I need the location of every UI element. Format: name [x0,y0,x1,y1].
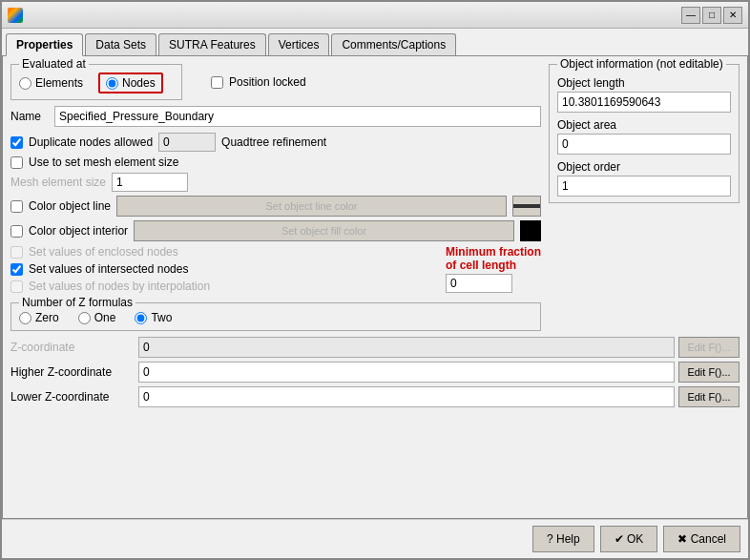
elements-radio[interactable] [19,77,31,90]
enclosed-nodes-checkbox[interactable] [10,246,23,259]
tab-properties[interactable]: Properties [6,33,83,56]
position-locked-checkbox[interactable] [211,76,223,89]
z-formulas-label: Number of Z formulas [19,296,135,309]
nodes-interpolation-row: Set values of nodes by interpolation [10,280,436,293]
duplicate-nodes-checkbox[interactable] [10,136,23,149]
lower-z-label: Lower Z-coordinate [10,390,135,404]
order-label: Object order [557,160,731,174]
coordinate-section: Z-coordinate Edit F()... Higher Z-coordi… [10,337,740,407]
quadtree-label: Quadtree refinement [221,135,326,149]
two-radio-item[interactable]: Two [135,311,172,324]
z-coord-row: Z-coordinate Edit F()... [10,337,740,358]
tab-sutra[interactable]: SUTRA Features [158,33,266,55]
higher-z-row: Higher Z-coordinate Edit F()... [10,362,740,383]
ok-button[interactable]: ✔ OK [600,526,658,552]
nodes-radio-item[interactable]: Nodes [98,73,163,93]
nodes-interpolation-label: Set values of nodes by interpolation [29,280,210,293]
object-info-panel: Object information (not editable) Object… [549,64,740,203]
min-frac-line2: of cell length [446,259,516,272]
left-panel: Evaluated at Elements Nodes [10,64,541,331]
name-label: Name [10,110,49,123]
length-value [557,92,731,113]
lower-z-edit-button[interactable]: Edit F()... [678,386,740,407]
maximize-button[interactable]: □ [702,7,721,24]
mesh-size-label: Mesh element size [10,176,106,189]
line-color-swatch [513,204,540,208]
bottom-bar: ? Help ✔ OK ✖ Cancel [2,519,748,558]
tabs-bar: Properties Data Sets SUTRA Features Vert… [2,29,748,55]
app-icon [8,8,23,23]
enclosed-nodes-label: Set values of enclosed nodes [29,245,178,259]
zero-radio[interactable] [19,312,31,324]
area-value [557,134,731,155]
color-interior-label: Color object interior [29,224,128,238]
tab-vertices[interactable]: Vertices [268,33,330,55]
higher-z-edit-button[interactable]: Edit F()... [678,362,740,383]
intersected-nodes-checkbox[interactable] [10,263,23,276]
mesh-element-checkbox[interactable] [10,156,23,169]
cancel-button[interactable]: ✖ Cancel [663,526,740,552]
evaluated-at-row: Elements Nodes [19,73,174,93]
nodes-interpolation-checkbox[interactable] [10,280,23,293]
mesh-size-row: Mesh element size [10,173,541,192]
area-label: Object area [557,118,731,132]
mesh-size-input[interactable] [112,173,188,192]
higher-z-input[interactable] [138,362,675,383]
one-radio-item[interactable]: One [78,311,116,324]
color-interior-row: Color object interior Set object fill co… [10,220,541,241]
lower-z-row: Lower Z-coordinate Edit F()... [10,386,740,407]
duplicate-nodes-row: Duplicate nodes allowed Quadtree refinem… [10,133,541,152]
elements-radio-item[interactable]: Elements [19,76,83,90]
z-coord-input [138,337,675,358]
title-left [8,8,23,23]
main-window: — □ ✕ Properties Data Sets SUTRA Feature… [0,0,750,560]
quadtree-input[interactable] [158,133,216,152]
help-button[interactable]: ? Help [532,526,594,552]
nodes-radio[interactable] [106,77,118,90]
min-frac-line1: Minimum fraction [446,245,541,259]
fill-color-swatch [520,220,541,241]
one-radio[interactable] [78,312,91,324]
tab-content: Evaluated at Elements Nodes [2,55,748,519]
z-edit-button: Edit F()... [678,337,740,358]
minimize-button[interactable]: — [681,7,700,24]
z-coord-label: Z-coordinate [10,341,135,354]
right-panel: Object information (not editable) Object… [549,64,740,331]
evaluated-at-group: Evaluated at Elements Nodes [10,64,182,100]
zero-radio-item[interactable]: Zero [19,311,59,324]
higher-z-label: Higher Z-coordinate [10,365,135,379]
title-controls: — □ ✕ [681,7,742,24]
position-locked-label: Position locked [229,75,306,89]
two-radio[interactable] [135,312,147,324]
color-line-label: Color object line [29,199,111,213]
intersected-nodes-label: Set values of intersected nodes [29,262,188,276]
nodes-label: Nodes [122,76,156,90]
intersected-nodes-row: Set values of intersected nodes [10,262,436,276]
tab-comments[interactable]: Comments/Captions [331,33,456,55]
object-info-label: Object information (not editable) [557,57,726,71]
color-interior-checkbox[interactable] [10,225,23,238]
values-area: Set values of enclosed nodes Set values … [10,245,541,297]
main-area: Evaluated at Elements Nodes [10,64,740,331]
min-fraction-input[interactable] [446,274,512,293]
z-radio-row: Zero One Two [19,311,532,324]
color-line-checkbox[interactable] [10,200,23,213]
color-line-row: Color object line Set object line color [10,196,541,217]
z-formulas-group: Number of Z formulas Zero One Two [10,302,541,331]
enclosed-nodes-row: Set values of enclosed nodes [10,245,436,259]
lower-z-input[interactable] [138,386,675,407]
name-input[interactable] [54,106,541,127]
mesh-element-row: Use to set mesh element size [10,156,541,169]
length-label: Object length [557,76,731,90]
close-button[interactable]: ✕ [723,7,742,24]
elements-label: Elements [35,76,83,90]
title-bar: — □ ✕ [2,2,748,29]
tab-datasets[interactable]: Data Sets [85,33,156,55]
position-locked-area: Position locked [211,75,306,89]
zero-label: Zero [35,311,59,324]
order-value [557,176,731,197]
duplicate-nodes-label: Duplicate nodes allowed [29,135,153,149]
one-label: One [94,311,116,324]
set-fill-color-button[interactable]: Set object fill color [134,220,514,241]
set-line-color-button[interactable]: Set object line color [116,196,507,217]
